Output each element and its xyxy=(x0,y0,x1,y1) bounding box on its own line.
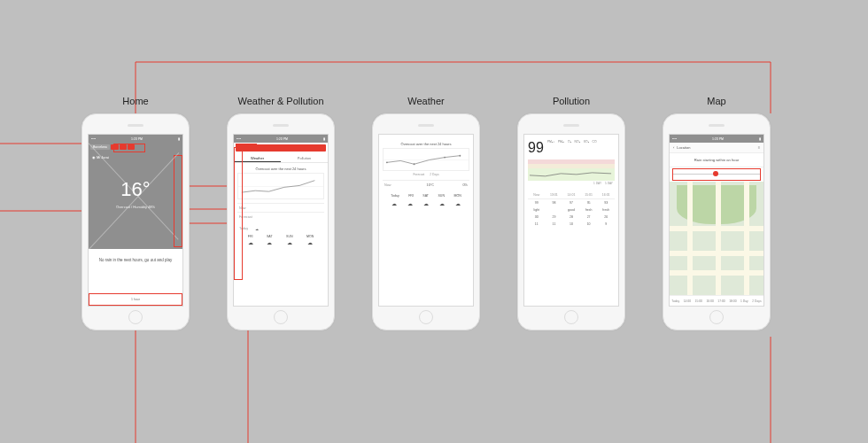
hotspot-home-right[interactable] xyxy=(174,155,182,247)
alert-banner[interactable] xyxy=(236,144,326,152)
phone-home-button[interactable] xyxy=(274,310,288,324)
map-message: Rain starting within an hour xyxy=(670,153,763,167)
map-timeline[interactable]: Today 14:00 15:00 16:00 17:00 18:00 1 Da… xyxy=(670,295,763,306)
cell: 29 xyxy=(546,214,563,221)
icon-sun: ☁ xyxy=(439,200,445,207)
wp-chart[interactable] xyxy=(237,173,324,199)
seg-active[interactable] xyxy=(111,144,119,150)
time-tick[interactable]: 1 Day xyxy=(740,299,748,303)
icon-mon: ☁ xyxy=(455,200,461,207)
wireframe-stage: Home •••• 1:20 PM ▮ Barcelona xyxy=(81,96,771,330)
screen-map: •••• 1:20 PM ▮ ‹ Location ≡ Rain startin… xyxy=(669,134,764,307)
wp-daybar[interactable]: FRI☁ SAT☁ SUN☁ MON☁ xyxy=(241,235,321,246)
cell: 93 xyxy=(597,199,615,206)
table-row: 11 11 10 10 9 xyxy=(528,221,615,228)
weather-chart[interactable] xyxy=(383,148,469,171)
time-tick[interactable]: Today xyxy=(671,299,679,303)
cell: 9 xyxy=(597,221,615,228)
seg-2[interactable] xyxy=(120,144,127,150)
reading-pm10: PM₁₀ xyxy=(558,140,564,144)
col-pollution: Pollution 99 PM₂.₅ PM₁₀ O₃ NO₂ SO₂ CO xyxy=(517,96,625,330)
signal-icon: •••• xyxy=(236,137,241,141)
slider-knob[interactable] xyxy=(713,171,718,176)
phone-speaker xyxy=(273,124,289,127)
wp-row-forecast[interactable]: Forecast xyxy=(237,212,324,221)
status-time: 1:20 PM xyxy=(276,137,288,141)
wp-tabs[interactable]: Weather Pollution xyxy=(234,153,328,163)
col-home: Home •••• 1:20 PM ▮ Barcelona xyxy=(81,96,190,330)
wp-today-block: Today ☁ FRI☁ SAT☁ SUN☁ MON☁ xyxy=(237,224,324,246)
seg-3[interactable] xyxy=(128,144,135,150)
time-tick[interactable]: 14:00 xyxy=(684,299,691,303)
time-tick[interactable]: 15:00 xyxy=(695,299,702,303)
th-now: Now xyxy=(528,191,546,198)
home-footer[interactable]: 1 hour xyxy=(89,293,182,306)
day-label: SAT xyxy=(267,235,273,238)
weather-row-now[interactable]: Now 10°C 0% xyxy=(383,180,469,189)
col-weather: Weather Overcast over the next 24 hours … xyxy=(372,96,480,330)
phone-home-button[interactable] xyxy=(128,310,143,324)
day-fri[interactable]: FRI xyxy=(408,194,414,198)
cell: 11 xyxy=(528,221,546,228)
wp-today-row[interactable]: Today ☁ xyxy=(237,224,324,233)
legend-1day[interactable]: 1 DAY xyxy=(593,182,601,185)
chevron-left-icon[interactable]: ‹ xyxy=(673,145,674,150)
cell: fresh xyxy=(580,206,598,214)
wp-row-now[interactable]: Now xyxy=(237,203,324,212)
cloud-icon: ☁ xyxy=(407,200,413,207)
weather-legend: Forecast 2 Days xyxy=(379,173,473,176)
time-tick[interactable]: 17:00 xyxy=(717,299,725,303)
list-icon[interactable]: ≡ xyxy=(758,145,760,150)
signal-icon: •••• xyxy=(672,137,677,141)
phone-home-button[interactable] xyxy=(419,310,433,324)
day-label: SAT xyxy=(422,194,429,198)
cloud-icon: ☁ xyxy=(391,200,397,207)
today-col[interactable]: Today xyxy=(391,194,399,198)
time-tick[interactable]: 16:00 xyxy=(706,299,713,303)
cloud-icon: ☁ xyxy=(248,239,253,246)
day-mon[interactable]: MON☁ xyxy=(306,235,314,246)
icon-today: ☁ xyxy=(391,200,397,207)
icon-fri: ☁ xyxy=(407,200,413,207)
status-bar: •••• 1:20 PM ▮ xyxy=(89,135,182,143)
phone-home-button[interactable] xyxy=(709,310,724,324)
cloud-icon: ☁ xyxy=(255,227,322,231)
cell: 10 xyxy=(562,221,580,228)
cloud-icon: ☁ xyxy=(423,200,429,207)
day-sat[interactable]: SAT xyxy=(422,194,429,198)
table-row: light good fresh fresh xyxy=(528,206,615,214)
time-tick[interactable]: 2 Days xyxy=(752,299,761,303)
svg-point-0 xyxy=(386,161,388,163)
day-sat[interactable]: SAT☁ xyxy=(267,235,273,246)
hotspot-wp-left[interactable] xyxy=(234,147,243,280)
legend-5day[interactable]: 5 DAY xyxy=(605,182,613,185)
signal-icon: •••• xyxy=(91,137,96,141)
cell xyxy=(546,206,563,214)
day-mon[interactable]: MON xyxy=(453,194,461,198)
map-road xyxy=(744,182,749,295)
map-canvas[interactable] xyxy=(670,182,763,295)
th-3: 15:01 xyxy=(580,191,598,198)
map-slider[interactable] xyxy=(673,169,760,180)
tab-pollution[interactable]: Pollution xyxy=(281,153,328,162)
pollution-chart[interactable]: 1 DAY 5 DAY xyxy=(528,159,615,188)
map-search-bar[interactable]: ‹ Location ≡ xyxy=(670,143,763,153)
row-precip: 0% xyxy=(434,183,468,187)
phone-speaker xyxy=(563,124,579,127)
phone-home-button[interactable] xyxy=(564,310,578,324)
cell: 95 xyxy=(580,199,598,206)
location-pill[interactable]: ◉ Mi Jarai xyxy=(92,155,109,159)
day-sun[interactable]: SUN xyxy=(438,194,445,198)
day-fri[interactable]: FRI☁ xyxy=(248,235,253,246)
cell: 98 xyxy=(546,199,563,206)
pin-icon: ◉ xyxy=(92,155,95,159)
time-tick[interactable]: 18:00 xyxy=(729,299,736,303)
day-label: FRI xyxy=(408,194,414,198)
svg-point-2 xyxy=(444,157,446,159)
home-hero[interactable]: Barcelona ◉ Mi Jarai 16° Overcast / Humi… xyxy=(89,143,182,249)
col-wp: Weather & Pollution •••• 1:20 PM ▮ Weath… xyxy=(227,96,335,330)
seg-city[interactable]: Barcelona xyxy=(90,144,110,150)
city-segments[interactable]: Barcelona xyxy=(90,144,135,150)
cell: 10 xyxy=(580,221,598,228)
day-sun[interactable]: SUN☁ xyxy=(286,235,293,246)
